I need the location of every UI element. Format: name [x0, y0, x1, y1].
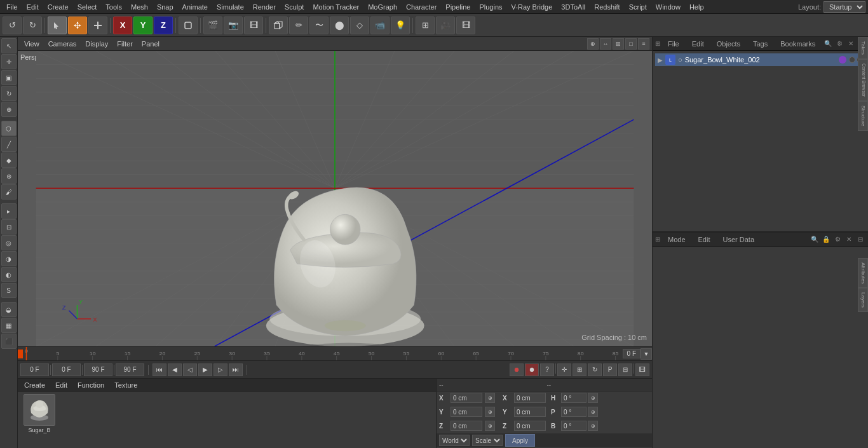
- cube-button[interactable]: [269, 17, 288, 34]
- menu-create[interactable]: Create: [44, 2, 72, 12]
- help-button[interactable]: ?: [540, 363, 554, 376]
- playback-start-field[interactable]: [20, 363, 49, 376]
- coord-b-val[interactable]: 0 °: [561, 421, 587, 431]
- timeline-track[interactable]: 0 5 10 15 20 25 30 35: [23, 347, 623, 361]
- vp-ctrl-4[interactable]: □: [625, 38, 637, 50]
- object-item-sugar-bowl[interactable]: ▶ L ○ Sugar_Bowl_White_002: [655, 53, 865, 66]
- object-name[interactable]: Sugar_Bowl_White_002: [685, 56, 836, 64]
- world-dropdown[interactable]: World: [439, 435, 470, 446]
- vp-menu-panel[interactable]: Panel: [138, 39, 163, 49]
- tool-add[interactable]: ⊕: [1, 102, 17, 117]
- side-tab-structure[interactable]: Structure: [858, 101, 868, 130]
- obj-tab-objects[interactable]: Objects: [712, 39, 745, 49]
- menu-window[interactable]: Window: [652, 2, 684, 12]
- obj-close-icon[interactable]: ✕: [846, 39, 856, 49]
- pivot-button[interactable]: P: [603, 363, 617, 376]
- coord-z-pos[interactable]: 0 cm: [451, 421, 482, 431]
- tool-brush[interactable]: ◑: [1, 251, 17, 266]
- tool-cross[interactable]: ✛: [1, 54, 17, 69]
- menu-select[interactable]: Select: [74, 2, 101, 12]
- tool-magnet[interactable]: ◎: [1, 235, 17, 250]
- viewport[interactable]: Perspective: [18, 51, 652, 346]
- menu-pipeline[interactable]: Pipeline: [442, 2, 474, 12]
- apply-button[interactable]: Apply: [505, 434, 535, 447]
- obj-config-icon[interactable]: ⚙: [834, 39, 844, 49]
- tool-twist[interactable]: ⊛: [1, 168, 17, 184]
- menu-tools[interactable]: Tools: [102, 2, 126, 12]
- tool-vert[interactable]: ◆: [1, 153, 17, 168]
- cm-edit[interactable]: Edit: [51, 381, 71, 390]
- obj-tab-bookmarks[interactable]: Bookmarks: [775, 39, 820, 49]
- coord-z-val[interactable]: 0 cm: [514, 421, 546, 431]
- coord-h-val[interactable]: 0 °: [561, 393, 587, 403]
- vp-ctrl-3[interactable]: ⊞: [613, 38, 624, 50]
- menu-simulate[interactable]: Simulate: [213, 2, 248, 12]
- attr-tab-userdata[interactable]: User Data: [718, 234, 760, 245]
- menu-snap[interactable]: Snap: [153, 2, 177, 12]
- tool-box[interactable]: ▣: [1, 70, 17, 85]
- coord-z-suffix[interactable]: ⊕: [485, 421, 495, 431]
- playback-end-field1[interactable]: [84, 363, 112, 376]
- coord-y-val[interactable]: 0 cm: [514, 407, 546, 417]
- menu-motion-tracker[interactable]: Motion Tracker: [309, 2, 363, 12]
- scale-button[interactable]: [88, 17, 107, 34]
- side-tab-content-browser[interactable]: Content Browser: [858, 59, 868, 101]
- cm-create[interactable]: Create: [20, 381, 49, 390]
- attr-tab-mode[interactable]: Mode: [663, 234, 691, 245]
- menu-script[interactable]: Script: [625, 2, 651, 12]
- pen-button[interactable]: ✏: [289, 17, 308, 34]
- side-tab-attributes[interactable]: Attributes: [858, 258, 868, 288]
- play-back-button[interactable]: ◁: [183, 363, 197, 376]
- menu-help[interactable]: Help: [686, 2, 708, 12]
- vp-menu-display[interactable]: Display: [81, 39, 112, 49]
- record-active-button[interactable]: ⏺: [525, 363, 539, 376]
- tool-face[interactable]: ⬡: [1, 121, 17, 136]
- coord-b-suffix[interactable]: ⊕: [588, 421, 598, 431]
- menu-sculpt[interactable]: Sculpt: [281, 2, 308, 12]
- move-tool2[interactable]: ✛: [557, 363, 571, 376]
- undo-button[interactable]: ↺: [3, 17, 22, 34]
- coord-h-suffix[interactable]: ⊕: [588, 393, 598, 403]
- menu-render[interactable]: Render: [249, 2, 280, 12]
- x-axis-button[interactable]: X: [113, 17, 132, 34]
- vp-menu-filter[interactable]: Filter: [113, 39, 136, 49]
- menu-animate[interactable]: Animate: [179, 2, 212, 12]
- menu-edit[interactable]: Edit: [23, 2, 43, 12]
- vp-menu-cameras[interactable]: Cameras: [44, 39, 81, 49]
- vp-menu-view[interactable]: View: [20, 39, 43, 49]
- tool-arrow[interactable]: ↖: [1, 38, 17, 53]
- playback-current-field[interactable]: [52, 363, 81, 376]
- menu-mograph[interactable]: MoGraph: [364, 2, 401, 12]
- content-item-sugar[interactable]: Sugar_B: [20, 394, 58, 433]
- vp-ctrl-2[interactable]: ↔: [600, 38, 611, 50]
- scale-dropdown[interactable]: Scale: [472, 435, 503, 446]
- tool-grid2[interactable]: ▦: [1, 318, 17, 333]
- menu-character[interactable]: Character: [402, 2, 440, 12]
- obj-dot-1[interactable]: [849, 57, 855, 63]
- rotate-tool2[interactable]: ↻: [588, 363, 602, 376]
- timeline-end-marker[interactable]: ▼: [641, 348, 652, 360]
- sphere-button[interactable]: ⬤: [330, 17, 349, 34]
- cm-texture[interactable]: Texture: [111, 381, 141, 390]
- attr-config-icon[interactable]: ⚙: [832, 234, 843, 245]
- attr-search-icon[interactable]: 🔍: [810, 234, 820, 245]
- tool-paint[interactable]: ⬛: [1, 334, 17, 349]
- tool-rotate[interactable]: ↻: [1, 86, 17, 101]
- tool-snap[interactable]: ⊡: [1, 219, 17, 234]
- camera-button[interactable]: 📹: [370, 17, 390, 34]
- menu-redshift[interactable]: Redshift: [590, 2, 623, 12]
- coord-x-suffix[interactable]: ⊕: [485, 393, 495, 403]
- menu-vray[interactable]: V-Ray Bridge: [508, 2, 557, 12]
- curve-button[interactable]: 〜: [309, 17, 329, 34]
- film-button[interactable]: 🎞: [456, 17, 475, 34]
- light-button[interactable]: 💡: [391, 17, 410, 34]
- coord-x-val[interactable]: 0 cm: [514, 393, 546, 403]
- obj-search-icon[interactable]: 🔍: [823, 39, 833, 49]
- menu-mesh[interactable]: Mesh: [127, 2, 152, 12]
- play-forward-button[interactable]: ▶: [198, 363, 212, 376]
- tool-mix[interactable]: ◒: [1, 302, 17, 317]
- side-tab-takes[interactable]: Takes: [858, 37, 868, 59]
- render-picture-button[interactable]: 📷: [224, 17, 243, 34]
- y-axis-button[interactable]: Y: [133, 17, 153, 34]
- obj-tab-file[interactable]: File: [663, 39, 684, 49]
